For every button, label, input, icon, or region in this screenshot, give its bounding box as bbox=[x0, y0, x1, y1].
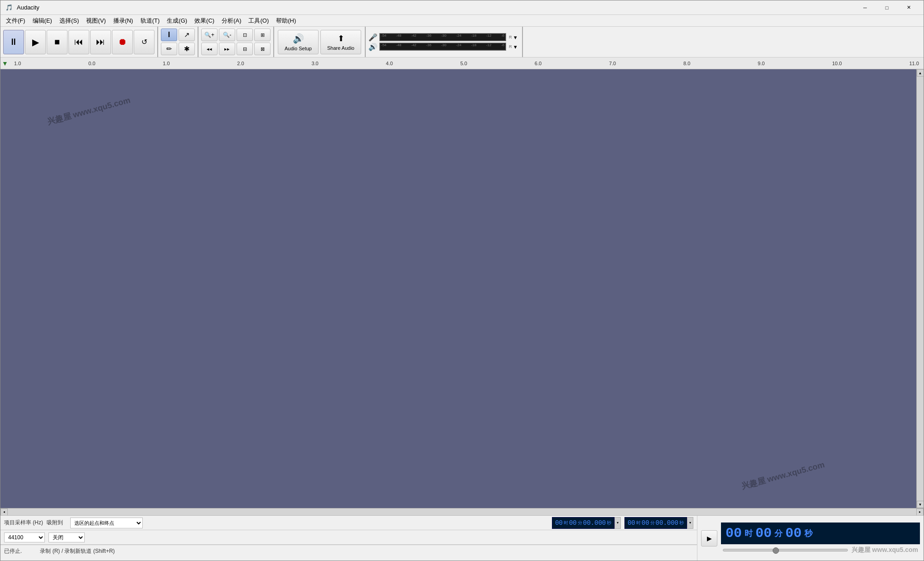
time1-minutes: 00 bbox=[569, 519, 577, 527]
menu-track[interactable]: 轨道(T) bbox=[137, 16, 164, 26]
loop-button[interactable]: ↺ bbox=[134, 30, 155, 54]
track-canvas[interactable]: 兴趣屋 www.xqu5.com 兴趣屋 www.xqu5.com bbox=[0, 69, 916, 508]
menu-effect[interactable]: 效果(C) bbox=[191, 16, 218, 26]
audio-share-toolbar: 🔊 Audio Setup ⬆ Share Audio bbox=[274, 27, 366, 57]
share-audio-icon: ⬆ bbox=[338, 34, 344, 43]
play-meter-icon: 🔊 bbox=[368, 43, 377, 51]
menu-bar: 文件(F) 编辑(E) 选择(S) 视图(V) 播录(N) 轨道(T) 生成(G… bbox=[0, 15, 924, 27]
ruler-mark-6: 5.0 bbox=[460, 61, 467, 66]
time2-m-label: 分 bbox=[650, 520, 655, 526]
zoom-reset-button[interactable]: ⊠ bbox=[254, 43, 271, 55]
select-tool-button[interactable]: I bbox=[161, 29, 177, 41]
selection-type-select[interactable]: 选区的起点和终点 bbox=[70, 518, 143, 528]
menu-edit[interactable]: 编辑(E) bbox=[29, 16, 56, 26]
ruler-mark-3: 2.0 bbox=[237, 61, 244, 66]
menu-record[interactable]: 播录(N) bbox=[110, 16, 137, 26]
pause-button[interactable]: ⏸ bbox=[3, 30, 24, 54]
fit-project-icon: ⊞ bbox=[261, 32, 265, 38]
skip-end-button[interactable]: ⏭ bbox=[90, 30, 111, 54]
time-display-2[interactable]: 00 时 00 分 00.000 秒 bbox=[624, 517, 687, 529]
zoom-out-button[interactable]: 🔍- bbox=[219, 29, 235, 41]
menu-analyze[interactable]: 分析(A) bbox=[218, 16, 245, 26]
play-button[interactable]: ▶ bbox=[25, 30, 46, 54]
sample-rate-label: 项目采样率 (Hz) bbox=[4, 519, 43, 527]
ruler-mark-2: 1.0 bbox=[163, 61, 169, 66]
timeline-position-arrow: ▼ bbox=[0, 58, 10, 69]
maximize-button[interactable]: □ bbox=[876, 0, 897, 15]
time2-seconds: 00.000 bbox=[656, 519, 678, 527]
minimize-button[interactable]: ─ bbox=[855, 0, 876, 15]
time1-s-label: 秒 bbox=[607, 520, 611, 526]
time1-seconds: 00.000 bbox=[583, 519, 606, 527]
fit-selection-button[interactable]: ⊡ bbox=[237, 29, 253, 41]
bottom-play-button[interactable]: ▶ bbox=[701, 530, 717, 547]
scroll-up-arrow[interactable]: ▲ bbox=[917, 69, 924, 77]
zoom-scroll-left-button[interactable]: ◂◂ bbox=[201, 43, 218, 55]
transport-toolbar: ⏸ ▶ ■ ⏮ ⏭ ⏺ ↺ bbox=[0, 27, 158, 57]
timeline[interactable]: ▼ 1.0 0.0 1.0 2.0 3.0 4.0 5.0 6.0 7.0 8.… bbox=[0, 58, 924, 69]
snap-select[interactable]: 关闭 bbox=[48, 532, 85, 542]
ruler-mark-10: 9.0 bbox=[758, 61, 764, 66]
zoom-in-button[interactable]: 🔍+ bbox=[201, 29, 218, 41]
sample-rate-select[interactable]: 44100 bbox=[4, 532, 45, 542]
vertical-scrollbar[interactable]: ▲ ▼ bbox=[916, 69, 924, 508]
pencil-tool-button[interactable]: ✏ bbox=[161, 43, 177, 55]
fit-project-button[interactable]: ⊞ bbox=[254, 29, 271, 41]
rec-meter-icon: 🎤 bbox=[368, 33, 377, 42]
loop-icon: ↺ bbox=[141, 38, 147, 46]
bottom-play-icon: ▶ bbox=[707, 535, 712, 542]
menu-view[interactable]: 视图(V) bbox=[82, 16, 109, 26]
rec-meter-r-label: R bbox=[509, 35, 512, 39]
time2-dropdown[interactable]: ▾ bbox=[687, 517, 693, 529]
time2-s-label: 秒 bbox=[679, 520, 684, 526]
share-audio-button[interactable]: ⬆ Share Audio bbox=[320, 30, 361, 54]
zoom-in-icon: 🔍+ bbox=[204, 32, 214, 38]
fit-selection-icon: ⊡ bbox=[243, 32, 247, 38]
record-button[interactable]: ⏺ bbox=[112, 30, 133, 54]
time1-h-label: 时 bbox=[564, 520, 568, 526]
scroll-right-arrow[interactable]: ▸ bbox=[916, 508, 924, 516]
play-meter-bar[interactable]: -54 -48 -42 -36 -30 -24 -18 -12 -6 bbox=[379, 43, 506, 51]
watermark-bottom: 兴趣屋 www.xqu5.com bbox=[851, 546, 918, 554]
menu-select[interactable]: 选择(S) bbox=[56, 16, 82, 26]
time1-m-label: 分 bbox=[578, 520, 582, 526]
horizontal-scrollbar[interactable]: ◂ ▸ bbox=[0, 508, 924, 515]
menu-file[interactable]: 文件(F) bbox=[2, 16, 29, 26]
time-input-2: 00 时 00 分 00.000 秒 ▾ bbox=[624, 517, 693, 529]
tools-toolbar: I ↗ ✏ ✱ bbox=[158, 27, 198, 57]
time1-dropdown[interactable]: ▾ bbox=[614, 517, 621, 529]
rec-meter-dropdown[interactable]: ▾ bbox=[514, 34, 519, 41]
envelope-tool-button[interactable]: ↗ bbox=[179, 29, 195, 41]
clock-hours: 00 bbox=[726, 526, 742, 541]
play-meter-dropdown[interactable]: ▾ bbox=[514, 43, 519, 50]
ruler-mark-8: 7.0 bbox=[609, 61, 616, 66]
scroll-left-arrow[interactable]: ◂ bbox=[0, 508, 8, 516]
volume-slider-track[interactable] bbox=[723, 549, 848, 551]
volume-slider-thumb[interactable] bbox=[773, 547, 779, 554]
zoom-scroll-right-button[interactable]: ▸▸ bbox=[219, 43, 235, 55]
clock-seconds: 00 bbox=[785, 526, 802, 541]
menu-help[interactable]: 帮助(H) bbox=[272, 16, 300, 26]
zoom-out-icon: 🔍- bbox=[223, 32, 232, 38]
close-button[interactable]: ✕ bbox=[898, 0, 919, 15]
multi-tool-button[interactable]: ✱ bbox=[179, 43, 195, 55]
audio-setup-button[interactable]: 🔊 Audio Setup bbox=[278, 30, 319, 54]
ruler-mark-1: 0.0 bbox=[88, 61, 95, 66]
stop-button[interactable]: ■ bbox=[47, 30, 68, 54]
time1-hours: 00 bbox=[555, 519, 563, 527]
rec-meter-bar[interactable]: -54 -48 -42 -36 -30 -24 -18 -12 -6 bbox=[379, 33, 506, 41]
clock-s-label: 秒 bbox=[804, 528, 813, 539]
zoom-scroll-right-icon: ▸▸ bbox=[224, 46, 230, 52]
menu-generate[interactable]: 生成(G) bbox=[163, 16, 191, 26]
clock-h-label: 时 bbox=[745, 528, 753, 539]
share-audio-label: Share Audio bbox=[327, 45, 354, 51]
clock-display[interactable]: 00 时 00 分 00 秒 bbox=[721, 523, 920, 544]
zoom-toggle-button[interactable]: ⊟ bbox=[237, 43, 253, 55]
app-icon: 🎵 bbox=[5, 4, 13, 12]
time2-minutes: 00 bbox=[642, 519, 649, 527]
skip-start-button[interactable]: ⏮ bbox=[68, 30, 89, 54]
clock-m-label: 分 bbox=[774, 528, 783, 539]
menu-tools[interactable]: 工具(O) bbox=[245, 16, 272, 26]
time-display-1[interactable]: 00 时 00 分 00.000 秒 bbox=[552, 517, 614, 529]
scroll-down-arrow[interactable]: ▼ bbox=[917, 501, 924, 508]
